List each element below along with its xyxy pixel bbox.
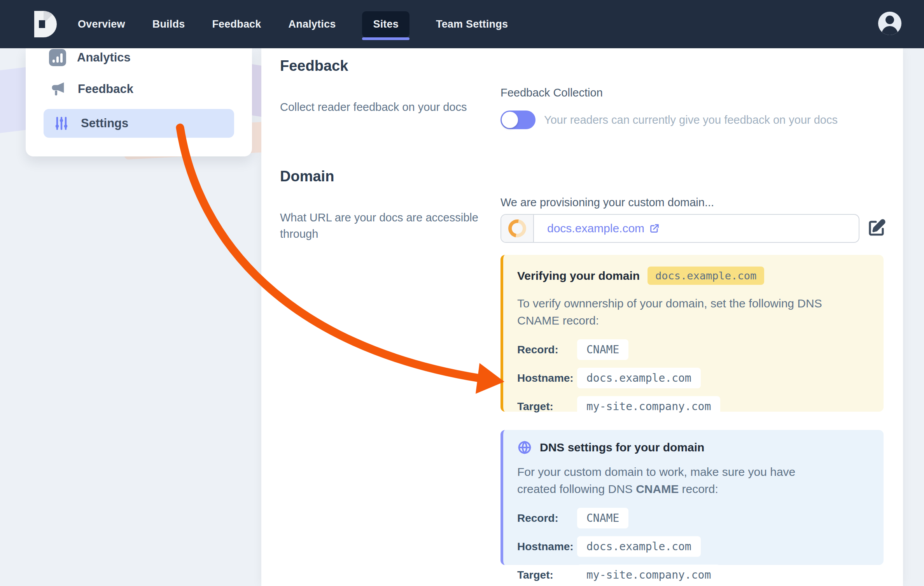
nav-menu: Overview Builds Feedback Analytics Sites… — [77, 0, 509, 48]
top-navbar: Overview Builds Feedback Analytics Sites… — [0, 0, 924, 48]
dns-settings-title: DNS settings for your domain — [540, 441, 704, 454]
target-label: Target: — [517, 569, 577, 581]
nav-item-team-settings[interactable]: Team Settings — [435, 12, 509, 37]
domain-link-text: docs.example.com — [547, 222, 644, 235]
domain-verification-callout: Verifying your domain docs.example.com T… — [500, 255, 884, 412]
domain-section-title: Domain — [280, 168, 334, 185]
loading-spinner-icon — [505, 216, 530, 241]
dns-record-row: Record: CNAME — [517, 339, 870, 360]
nav-item-overview[interactable]: Overview — [77, 12, 126, 37]
hostname-value: docs.example.com — [577, 368, 701, 388]
dns-record-row: Record: CNAME — [517, 508, 870, 528]
hostname-value: docs.example.com — [577, 536, 701, 557]
record-label: Record: — [517, 512, 577, 525]
domain-section-description: What URL are your docs are accessible th… — [280, 209, 498, 242]
record-value: CNAME — [577, 339, 628, 360]
record-value: CNAME — [577, 508, 628, 528]
target-value: my-site.company.com — [577, 396, 720, 417]
person-icon — [878, 12, 901, 35]
external-link-icon — [649, 223, 660, 234]
sidebar-item-feedback[interactable]: Feedback — [49, 80, 133, 98]
app-logo — [27, 9, 58, 40]
edit-pencil-icon — [867, 219, 886, 237]
sliders-icon — [53, 115, 70, 132]
sidebar-item-analytics[interactable]: Analytics — [49, 49, 131, 66]
toggle-knob — [502, 112, 518, 128]
sidebar-item-label: Analytics — [77, 51, 131, 65]
globe-icon — [517, 440, 532, 455]
dns-hostname-row: Hostname: docs.example.com — [517, 368, 870, 388]
nav-item-analytics[interactable]: Analytics — [288, 12, 337, 37]
bar-chart-icon — [49, 49, 66, 66]
feedback-collection-toggle[interactable] — [500, 111, 536, 129]
target-value: my-site.company.com — [577, 565, 720, 585]
record-label: Record: — [517, 344, 577, 356]
dns-hostname-row: Hostname: docs.example.com — [517, 536, 870, 557]
sidebar-item-label: Settings — [81, 116, 128, 130]
custom-domain-field: docs.example.com — [500, 214, 859, 243]
dns-settings-callout: DNS settings for your domain For your cu… — [500, 430, 884, 565]
megaphone-icon — [49, 80, 67, 98]
edit-domain-button[interactable] — [867, 219, 886, 237]
dns-settings-instructions: For your custom domain to work, make sur… — [517, 463, 824, 498]
nav-item-sites[interactable]: Sites — [362, 11, 410, 37]
domain-status-prefix — [501, 215, 534, 242]
hostname-label: Hostname: — [517, 372, 577, 384]
domain-link[interactable]: docs.example.com — [547, 222, 660, 235]
nav-item-builds[interactable]: Builds — [152, 12, 186, 37]
sidebar-item-settings[interactable]: Settings — [44, 109, 234, 138]
target-label: Target: — [517, 400, 577, 413]
feedback-section-description: Collect reader feedback on your docs — [280, 99, 498, 115]
site-sidebar-card: Analytics Feedback Settings — [26, 48, 252, 156]
domain-provisioning-status: We are provisioning your custom domain..… — [500, 196, 714, 209]
nav-item-feedback[interactable]: Feedback — [211, 12, 262, 37]
dns-target-row: Target: my-site.company.com — [517, 565, 870, 585]
verification-domain-badge: docs.example.com — [648, 267, 764, 285]
feedback-section-title: Feedback — [280, 58, 348, 74]
sidebar-item-label: Feedback — [78, 82, 133, 96]
verification-instructions: To verify ownnership of your domain, set… — [517, 295, 867, 329]
feedback-toggle-caption: Your readers can currently give you feed… — [544, 114, 838, 126]
feedback-collection-label: Feedback Collection — [500, 86, 603, 99]
hostname-label: Hostname: — [517, 540, 577, 553]
user-avatar-button[interactable] — [878, 12, 901, 35]
main-content-panel: Feedback Collect reader feedback on your… — [261, 48, 903, 586]
dns-target-row: Target: my-site.company.com — [517, 396, 870, 417]
verification-title: Verifying your domain — [517, 269, 640, 282]
